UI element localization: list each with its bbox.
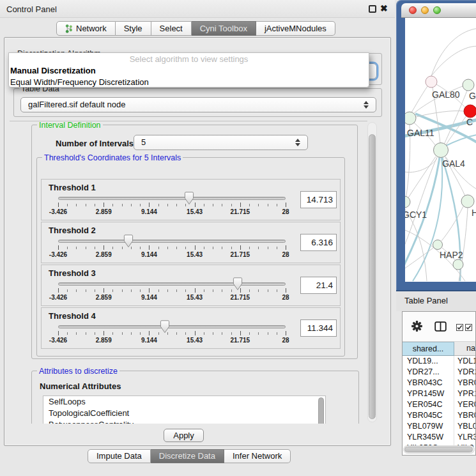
cell-shared-name[interactable]: YBR045C <box>403 410 454 421</box>
tick-mark <box>268 332 268 335</box>
numerical-attributes-list[interactable]: SelfLoopsTopologicalCoefficientBetweenne… <box>43 395 326 424</box>
float-window-icon[interactable] <box>369 5 376 13</box>
cell-name[interactable]: YER0 <box>454 399 475 410</box>
threshold-value-field[interactable]: 21.4 <box>300 277 337 294</box>
tab-network[interactable]: Network <box>56 21 116 36</box>
threshold-slider[interactable]: -3.4262.8599.14415.4321.71528 <box>58 193 286 220</box>
tab-infer-network[interactable]: Infer Network <box>224 449 291 463</box>
horizontal-scrollbar[interactable] <box>403 445 475 454</box>
settings-scroll-viewport: Interval Definition Number of Intervals … <box>10 121 367 424</box>
slider-handle[interactable] <box>233 277 243 291</box>
tab-jactivemnodules[interactable]: jActiveMNodules <box>256 21 335 36</box>
network-node[interactable] <box>433 240 443 250</box>
list-item[interactable]: SelfLoops <box>43 396 325 408</box>
tab-label: Style <box>124 22 142 36</box>
threshold-slider[interactable]: -3.4262.8599.14415.4321.71528 <box>58 236 286 263</box>
tab-select[interactable]: Select <box>151 21 192 36</box>
table-row[interactable]: YDR27...YDR2 <box>403 367 475 378</box>
table-row[interactable]: YBR043CYBR0 <box>403 378 475 388</box>
slider-handle[interactable] <box>184 192 194 205</box>
slider-track[interactable] <box>58 197 286 200</box>
tick-mark <box>104 245 104 250</box>
cell-name[interactable]: YDR2 <box>454 367 475 378</box>
cell-shared-name[interactable]: YER054C <box>403 399 454 410</box>
cell-name[interactable]: YLR3 <box>454 432 475 443</box>
tab-cyni-toolbox[interactable]: Cyni Toolbox <box>192 21 256 36</box>
network-node[interactable] <box>434 143 449 158</box>
cell-shared-name[interactable]: YBR043C <box>403 378 454 388</box>
scrollbar-thumb[interactable] <box>404 447 473 452</box>
mac-minimize-button[interactable] <box>421 6 429 14</box>
list-scrollbar[interactable] <box>318 397 324 424</box>
network-node[interactable] <box>426 76 437 88</box>
algorithm-dropdown-popup: Select algorithm to view settings Manual… <box>8 52 369 88</box>
column-header-name[interactable]: na <box>454 342 475 356</box>
network-node[interactable] <box>461 195 474 208</box>
cell-name[interactable]: YPR1 <box>454 388 475 399</box>
gear-icon[interactable] <box>411 321 422 334</box>
mac-close-button[interactable] <box>409 6 417 14</box>
checkbox-checked-icon[interactable] <box>465 323 472 333</box>
tick-mark <box>258 247 259 249</box>
threshold-value-field[interactable]: 6.316 <box>300 234 337 251</box>
network-node[interactable] <box>453 259 463 270</box>
tick-label: -3.426 <box>49 294 67 301</box>
tick-mark <box>286 245 286 250</box>
tab-style[interactable]: Style <box>116 21 151 36</box>
table-row[interactable]: YLR345WYLR3 <box>403 432 475 443</box>
slider-handle[interactable] <box>123 234 134 248</box>
cell-name[interactable]: YBL0 <box>454 421 475 432</box>
slider-track[interactable] <box>58 240 286 243</box>
cell-shared-name[interactable]: YDL19... <box>403 356 454 367</box>
slider-handle[interactable] <box>160 320 170 334</box>
tick-mark <box>86 204 86 206</box>
cell-shared-name[interactable]: YBL079W <box>403 421 454 432</box>
column-header-shared-name[interactable]: shared... <box>403 342 454 356</box>
tab-impute-data[interactable]: Impute Data <box>88 449 151 463</box>
network-node[interactable] <box>463 79 474 91</box>
network-window-titlebar[interactable] <box>401 3 476 18</box>
cell-name[interactable]: YBR0 <box>454 378 475 388</box>
threshold-value-field[interactable]: 11.344 <box>300 319 337 337</box>
split-columns-icon[interactable] <box>434 321 447 334</box>
slider-track[interactable] <box>58 325 286 328</box>
cell-shared-name[interactable]: YDR27... <box>403 367 454 378</box>
table-data-combobox[interactable]: galFiltered.sif default node <box>20 97 376 112</box>
network-node[interactable] <box>405 196 410 208</box>
tick-mark <box>268 247 268 249</box>
apply-button[interactable]: Apply <box>164 429 204 442</box>
cell-shared-name[interactable]: YLR345W <box>403 432 454 443</box>
tick-mark <box>140 332 141 335</box>
threshold-value-field[interactable]: 14.713 <box>300 191 337 208</box>
network-canvas[interactable]: GAL80GACGAL11GAL4GCY1HAHAP2 <box>405 18 476 282</box>
tick-mark <box>122 289 123 292</box>
table-row[interactable]: YBL079WYBL0 <box>403 421 475 432</box>
close-icon[interactable]: ✖ <box>380 3 388 13</box>
mac-zoom-button[interactable] <box>433 6 441 14</box>
slider-track[interactable] <box>58 282 286 286</box>
table-row[interactable]: YPR145WYPR1 <box>403 388 475 399</box>
threshold-slider[interactable]: -3.4262.8599.14415.4321.71528 <box>58 279 286 305</box>
scrollbar-thumb[interactable] <box>369 134 376 419</box>
table-row[interactable]: YBR045CYBR0 <box>403 410 475 421</box>
algorithm-option[interactable]: Equal Width/Frequency Discretization <box>9 77 369 88</box>
tab-discretize-data[interactable]: Discretize Data <box>151 449 224 463</box>
list-item[interactable]: TopologicalCoefficient <box>43 408 325 419</box>
threshold-slider[interactable]: -3.4262.8599.14415.4321.71528 <box>58 321 286 348</box>
network-node[interactable] <box>464 105 476 118</box>
algorithm-option[interactable]: Manual Discretization <box>9 65 369 77</box>
cell-name[interactable]: YBR0 <box>454 410 475 421</box>
view-tabs: NetworkStyleSelectCyni ToolboxjActiveMNo… <box>56 21 335 36</box>
num-intervals-combobox[interactable]: 5 <box>134 135 308 150</box>
network-node[interactable] <box>405 112 416 125</box>
list-item[interactable]: BetweennessCentrality <box>43 419 325 424</box>
table-row[interactable]: YER054CYER0 <box>403 399 475 410</box>
tick-mark <box>149 331 150 335</box>
panel-scrollbar[interactable] <box>367 122 377 422</box>
table-row[interactable]: YDL19...YDL1 <box>403 356 475 367</box>
cell-name[interactable]: YDL1 <box>454 356 475 367</box>
tick-mark <box>104 331 104 335</box>
group-title: Attributes to discretize <box>37 366 119 376</box>
cell-shared-name[interactable]: YPR145W <box>403 388 454 399</box>
checkbox-checked-icon[interactable] <box>456 323 463 333</box>
